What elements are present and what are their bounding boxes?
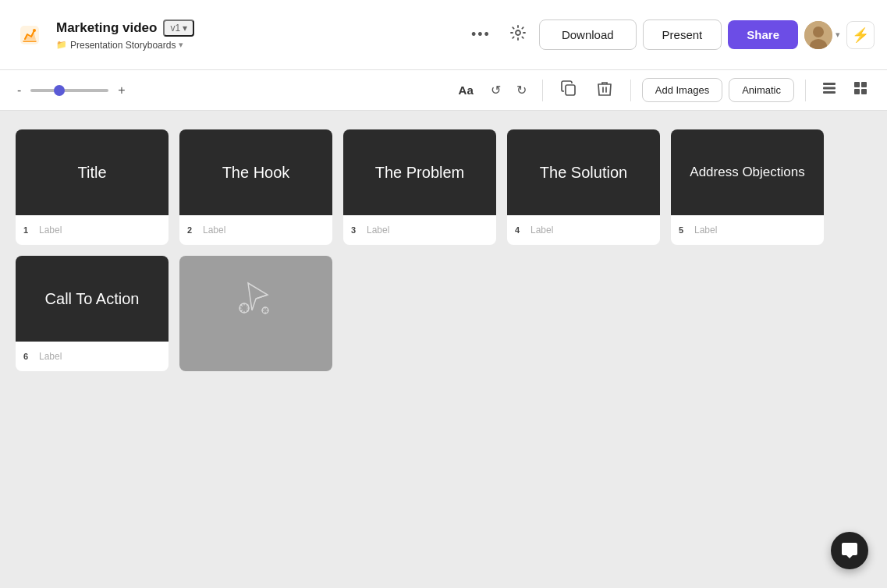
app-title: Marketing video bbox=[56, 20, 157, 36]
delete-button[interactable] bbox=[590, 76, 619, 104]
card-6-label-row: 6 Label bbox=[16, 342, 169, 371]
zoom-in-button[interactable]: + bbox=[115, 80, 128, 101]
breadcrumb-chevron: ▾ bbox=[179, 40, 183, 50]
zoom-slider[interactable] bbox=[30, 89, 108, 92]
folder-icon: 📁 bbox=[56, 40, 67, 50]
card-7-image bbox=[179, 256, 332, 342]
avatar bbox=[804, 21, 832, 49]
card-1-wrap[interactable]: Title 1 Label bbox=[16, 129, 169, 245]
canvas-area: Title 1 Label The Hook 2 Label The Probl… bbox=[0, 111, 887, 588]
card-1: Title bbox=[16, 129, 169, 215]
toolbar-separator-3 bbox=[805, 80, 806, 101]
cards-row-1: Title 1 Label The Hook 2 Label The Probl… bbox=[16, 129, 871, 245]
card-5-wrap[interactable]: Address Objections 5 Label bbox=[671, 129, 824, 245]
share-button[interactable]: Share bbox=[728, 20, 798, 49]
svg-rect-8 bbox=[823, 87, 836, 90]
app-logo bbox=[12, 18, 47, 52]
user-avatar-area[interactable]: ▾ bbox=[804, 21, 840, 49]
card-6: Call To Action bbox=[16, 256, 169, 342]
svg-rect-13 bbox=[861, 89, 867, 94]
svg-rect-12 bbox=[854, 89, 860, 94]
animatic-button[interactable]: Animatic bbox=[729, 78, 794, 102]
card-2: The Hook bbox=[179, 129, 332, 215]
zoom-out-button[interactable]: - bbox=[14, 80, 24, 101]
card-3-label-row: 3 Label bbox=[343, 215, 496, 245]
svg-point-4 bbox=[813, 27, 824, 37]
undo-button[interactable]: ↺ bbox=[486, 80, 506, 101]
svg-rect-6 bbox=[566, 85, 575, 95]
card-5-label-row: 5 Label bbox=[671, 215, 824, 245]
card-3: The Problem bbox=[343, 129, 496, 215]
toolbar-separator-2 bbox=[630, 80, 631, 101]
card-7-label-row bbox=[179, 342, 332, 371]
card-1-label-row: 1 Label bbox=[16, 215, 169, 245]
svg-rect-11 bbox=[861, 82, 867, 87]
grid-view-button[interactable] bbox=[848, 77, 873, 103]
add-images-button[interactable]: Add Images bbox=[642, 78, 722, 102]
svg-rect-7 bbox=[823, 83, 836, 85]
list-view-button[interactable] bbox=[817, 77, 842, 103]
toolbar: - + Aa ↺ ↻ Add Images Animatic bbox=[0, 70, 887, 111]
svg-point-1 bbox=[33, 29, 36, 32]
card-7-wrap[interactable] bbox=[179, 256, 332, 371]
svg-point-2 bbox=[516, 30, 520, 35]
toolbar-separator-1 bbox=[542, 80, 543, 101]
card-6-wrap[interactable]: Call To Action 6 Label bbox=[16, 256, 169, 371]
card-4-label-row: 4 Label bbox=[507, 215, 660, 245]
card-5: Address Objections bbox=[671, 129, 824, 215]
header-actions: ••• Download Present Share ▾ ⚡ bbox=[465, 19, 875, 50]
more-button[interactable]: ••• bbox=[465, 22, 497, 48]
card-3-wrap[interactable]: The Problem 3 Label bbox=[343, 129, 496, 245]
header-title-area: Marketing video v1 ▾ 📁 Presentation Stor… bbox=[56, 19, 194, 51]
present-button[interactable]: Present bbox=[643, 19, 722, 50]
app-header: Marketing video v1 ▾ 📁 Presentation Stor… bbox=[0, 0, 887, 70]
settings-button[interactable] bbox=[503, 19, 533, 50]
font-button[interactable]: Aa bbox=[452, 80, 480, 100]
zoom-slider-wrap bbox=[30, 89, 108, 92]
card-2-wrap[interactable]: The Hook 2 Label bbox=[179, 129, 332, 245]
avatar-chevron-icon: ▾ bbox=[836, 30, 840, 40]
version-selector[interactable]: v1 ▾ bbox=[163, 19, 194, 37]
copy-button[interactable] bbox=[554, 76, 584, 104]
svg-rect-9 bbox=[823, 91, 836, 94]
download-button[interactable]: Download bbox=[539, 19, 637, 50]
lightning-button[interactable]: ⚡ bbox=[846, 21, 875, 49]
svg-rect-10 bbox=[854, 82, 860, 87]
card-4-wrap[interactable]: The Solution 4 Label bbox=[507, 129, 660, 245]
cards-row-2: Call To Action 6 Label bbox=[16, 256, 871, 371]
redo-button[interactable]: ↻ bbox=[512, 80, 531, 101]
chat-bubble-button[interactable] bbox=[831, 532, 868, 569]
breadcrumb: Presentation Storyboards bbox=[70, 40, 176, 51]
card-2-label-row: 2 Label bbox=[179, 215, 332, 245]
card-4: The Solution bbox=[507, 129, 660, 215]
